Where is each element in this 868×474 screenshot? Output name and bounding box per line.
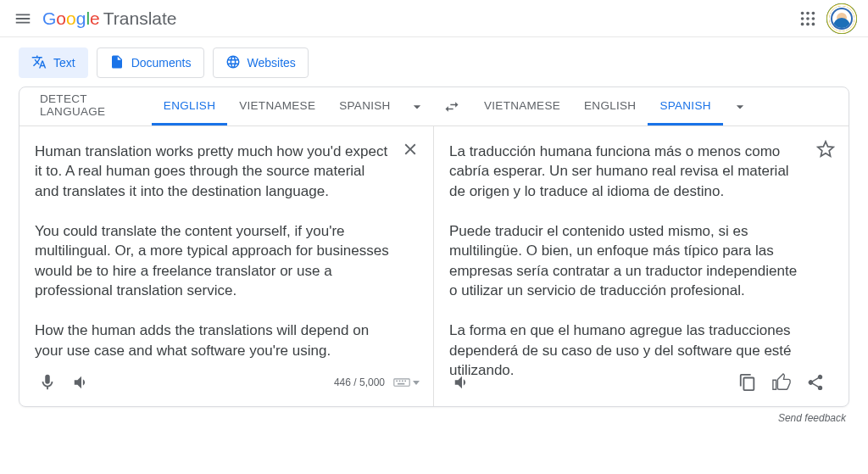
target-pane: La traducción humana funciona más o meno…: [434, 126, 849, 406]
source-lang-spanish[interactable]: SPANISH: [327, 87, 402, 125]
svg-rect-9: [394, 379, 409, 386]
svg-point-8: [812, 22, 815, 25]
source-text-input[interactable]: Human translation works pretty much how …: [35, 142, 389, 360]
target-language-group: VIETNAMESE ENGLISH SPANISH: [464, 87, 849, 125]
svg-point-0: [801, 11, 804, 14]
save-translation-button[interactable]: [815, 138, 837, 160]
rate-translation-button[interactable]: [767, 368, 796, 397]
menu-icon[interactable]: [14, 9, 32, 28]
copy-translation-button[interactable]: [733, 368, 762, 397]
svg-point-4: [806, 17, 810, 20]
source-pane: Human translation works pretty much how …: [19, 126, 434, 406]
target-lang-more[interactable]: [723, 98, 757, 115]
svg-rect-14: [398, 383, 404, 385]
mode-documents-label: Documents: [131, 56, 192, 70]
target-lang-vietnamese[interactable]: VIETNAMESE: [472, 87, 572, 125]
svg-rect-13: [404, 381, 406, 382]
source-lang-detect[interactable]: DETECT LANGUAGE: [28, 87, 152, 125]
svg-point-2: [812, 11, 815, 14]
mode-row: Text Documents Websites: [0, 37, 868, 86]
translate-icon: [31, 54, 47, 72]
product-logo[interactable]: Google Translate: [42, 8, 177, 29]
globe-icon: [225, 54, 241, 72]
listen-translation-button[interactable]: [448, 368, 476, 397]
document-icon: [109, 54, 125, 72]
source-toolbar: 446 / 5,000: [33, 367, 420, 398]
account-avatar[interactable]: [829, 6, 854, 31]
svg-point-6: [801, 22, 804, 25]
language-bar: DETECT LANGUAGE ENGLISH VIETNAMESE SPANI…: [19, 87, 849, 126]
target-lang-english[interactable]: ENGLISH: [572, 87, 648, 125]
character-count: 446 / 5,000: [334, 376, 385, 388]
source-language-group: DETECT LANGUAGE ENGLISH VIETNAMESE SPANI…: [19, 87, 431, 125]
feedback-row: Send feedback: [0, 407, 868, 424]
translate-card: DETECT LANGUAGE ENGLISH VIETNAMESE SPANI…: [19, 86, 849, 407]
input-tool-button[interactable]: [393, 377, 420, 388]
listen-source-button[interactable]: [67, 368, 96, 397]
svg-point-3: [801, 17, 804, 20]
translation-output: La traducción humana funciona más o meno…: [449, 142, 804, 380]
microphone-button[interactable]: [33, 368, 62, 397]
target-toolbar: [448, 367, 835, 398]
swap-languages-button[interactable]: [440, 93, 464, 120]
mode-documents-button[interactable]: Documents: [97, 47, 204, 78]
source-lang-more[interactable]: [403, 98, 431, 115]
svg-point-5: [812, 17, 815, 20]
svg-rect-10: [396, 381, 398, 382]
svg-rect-12: [402, 381, 403, 382]
svg-rect-11: [399, 381, 401, 382]
google-apps-icon[interactable]: [798, 9, 817, 28]
translation-panes: Human translation works pretty much how …: [19, 126, 849, 406]
mode-websites-button[interactable]: Websites: [213, 47, 309, 78]
svg-point-7: [806, 22, 810, 25]
share-translation-button[interactable]: [801, 368, 830, 397]
source-lang-english[interactable]: ENGLISH: [152, 87, 227, 125]
clear-source-button[interactable]: [399, 138, 421, 160]
svg-point-1: [806, 11, 810, 14]
mode-websites-label: Websites: [248, 56, 296, 70]
mode-text-label: Text: [53, 56, 75, 70]
product-name: Translate: [103, 8, 177, 29]
top-bar: Google Translate: [0, 0, 868, 37]
chevron-down-icon: [413, 381, 420, 385]
target-lang-spanish[interactable]: SPANISH: [648, 87, 722, 125]
mode-text-button[interactable]: Text: [19, 47, 88, 78]
send-feedback-link[interactable]: Send feedback: [778, 412, 846, 424]
source-lang-vietnamese[interactable]: VIETNAMESE: [227, 87, 327, 125]
